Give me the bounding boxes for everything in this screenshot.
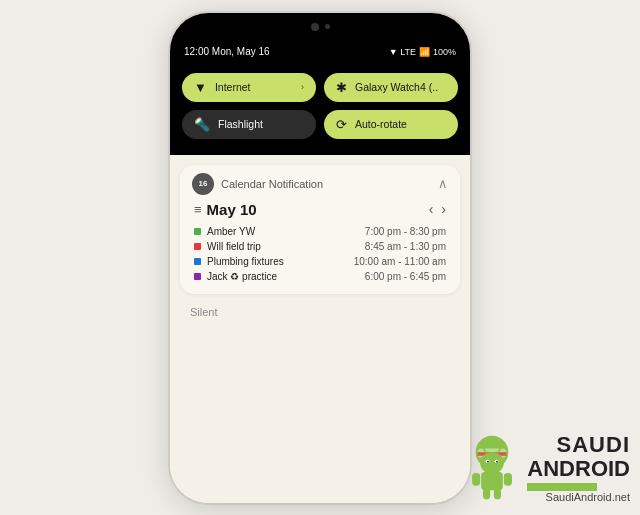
date-text: May 10 (207, 201, 257, 218)
qs-autorotate-label: Auto-rotate (355, 118, 446, 130)
camera-dot2 (325, 24, 330, 29)
camera-dot (311, 23, 319, 31)
watermark-android: ANDROID (527, 457, 630, 481)
chevron-up-icon[interactable]: ∧ (438, 176, 448, 191)
event-jack-time: 6:00 pm - 6:45 pm (365, 271, 446, 282)
event-plumbing-left: Plumbing fixtures (194, 256, 284, 267)
event-jack-left: Jack ♻ practice (194, 271, 277, 282)
event-amber-name: Amber YW (207, 226, 255, 237)
watermark: SAUDI ANDROID SaudiAndroid.net (463, 433, 630, 503)
signal-bars: 📶 (419, 47, 430, 57)
qs-tile-auto-rotate[interactable]: ⟳ Auto-rotate (324, 110, 458, 139)
qs-galaxy-label: Galaxy Watch4 (.. (355, 81, 446, 93)
qs-internet-label: Internet (215, 81, 293, 93)
status-icons: ▼ LTE 📶 100% (389, 47, 456, 57)
wifi-icon: ▼ (194, 81, 207, 94)
nav-next-icon[interactable]: › (441, 201, 446, 217)
android-mascot (463, 434, 521, 502)
calendar-icon: ≡ (194, 202, 202, 217)
watermark-saudi: SAUDI (527, 433, 630, 457)
qs-flashlight-label: Flashlight (218, 118, 304, 130)
event-will-dot (194, 243, 201, 250)
notification-title: Calendar Notification (221, 178, 323, 190)
svg-point-3 (481, 452, 505, 474)
event-will-left: Will field trip (194, 241, 261, 252)
event-jack-name: Jack ♻ practice (207, 271, 277, 282)
calendar-nav: ‹ › (429, 201, 446, 217)
phone-top-bar (170, 13, 470, 41)
svg-rect-14 (504, 473, 512, 486)
svg-point-7 (496, 461, 498, 463)
event-amber-left: Amber YW (194, 226, 255, 237)
qs-tile-internet[interactable]: ▼ Internet › (182, 73, 316, 102)
watermark-url: SaudiAndroid.net (527, 491, 630, 503)
bluetooth-icon: ✱ (336, 81, 347, 94)
svg-rect-13 (472, 473, 480, 486)
badge-number: 16 (199, 179, 208, 188)
event-will-time: 8:45 am - 1:30 pm (365, 241, 446, 252)
event-plumbing-name: Plumbing fixtures (207, 256, 284, 267)
notif-header-left: 16 Calendar Notification (192, 173, 323, 195)
event-amber-time: 7:00 pm - 8:30 pm (365, 226, 446, 237)
nav-prev-icon[interactable]: ‹ (429, 201, 434, 217)
svg-rect-16 (494, 488, 501, 499)
notification-area: 16 Calendar Notification ∧ ≡ May 10 ‹ › (170, 155, 470, 503)
svg-rect-15 (483, 488, 490, 499)
event-plumbing: Plumbing fixtures 10:00 am - 11:00 am (194, 254, 446, 269)
chevron-right-icon: › (301, 82, 304, 92)
watermark-text: SAUDI ANDROID SaudiAndroid.net (527, 433, 630, 503)
event-jack-dot (194, 273, 201, 280)
status-bar: 12:00 Mon, May 16 ▼ LTE 📶 100% (170, 41, 470, 63)
svg-point-11 (500, 445, 504, 449)
qs-tile-galaxy-watch[interactable]: ✱ Galaxy Watch4 (.. (324, 73, 458, 102)
notification-header: 16 Calendar Notification ∧ (180, 165, 460, 199)
event-plumbing-time: 10:00 am - 11:00 am (354, 256, 446, 267)
calendar-date: ≡ May 10 (194, 201, 257, 218)
svg-rect-12 (481, 472, 503, 490)
calendar-events: Amber YW 7:00 pm - 8:30 pm Will field tr… (180, 222, 460, 294)
silent-area: Silent (170, 294, 470, 328)
svg-point-6 (487, 461, 489, 463)
qs-tile-flashlight[interactable]: 🔦 Flashlight (182, 110, 316, 139)
event-will-name: Will field trip (207, 241, 261, 252)
event-jack: Jack ♻ practice 6:00 pm - 6:45 pm (194, 269, 446, 284)
outer-background: 12:00 Mon, May 16 ▼ LTE 📶 100% ▼ Interne… (0, 0, 640, 515)
calendar-badge: 16 (192, 173, 214, 195)
silent-label: Silent (190, 306, 218, 318)
phone-frame: 12:00 Mon, May 16 ▼ LTE 📶 100% ▼ Interne… (170, 13, 470, 503)
watermark-green-bar (527, 483, 597, 491)
quick-settings-panel: ▼ Internet › ✱ Galaxy Watch4 (.. 🔦 Flash… (170, 63, 470, 155)
battery-indicator: 100% (433, 47, 456, 57)
rotate-icon: ⟳ (336, 118, 347, 131)
status-time: 12:00 Mon, May 16 (184, 46, 270, 57)
event-amber: Amber YW 7:00 pm - 8:30 pm (194, 224, 446, 239)
event-amber-dot (194, 228, 201, 235)
event-will: Will field trip 8:45 am - 1:30 pm (194, 239, 446, 254)
event-plumbing-dot (194, 258, 201, 265)
flashlight-icon: 🔦 (194, 118, 210, 131)
svg-point-9 (481, 445, 485, 449)
calendar-notification-card: 16 Calendar Notification ∧ ≡ May 10 ‹ › (180, 165, 460, 294)
signal-icon: ▼ LTE (389, 47, 416, 57)
notification-date-row: ≡ May 10 ‹ › (180, 199, 460, 222)
